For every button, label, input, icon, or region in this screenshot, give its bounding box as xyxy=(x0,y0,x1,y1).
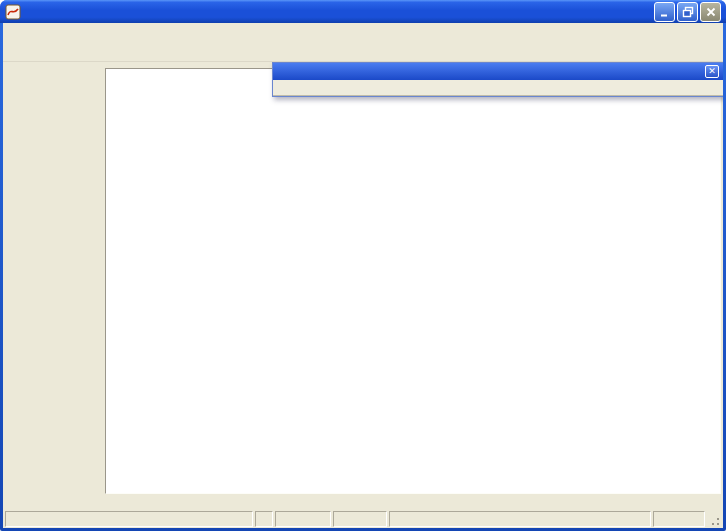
panel-titlebar[interactable]: ✕ xyxy=(273,63,723,80)
close-icon xyxy=(705,6,717,18)
client-area: ✕ xyxy=(3,62,723,509)
status-pane-2 xyxy=(255,511,273,527)
legend-pane xyxy=(389,511,651,527)
panel-close-button[interactable]: ✕ xyxy=(705,65,719,78)
toolbar xyxy=(3,38,723,62)
minimize-icon xyxy=(659,6,671,18)
x-axis xyxy=(105,494,723,509)
curves-canvas xyxy=(106,69,720,493)
titlebar[interactable] xyxy=(0,0,726,23)
status-tools-pane xyxy=(653,511,705,527)
close-icon: ✕ xyxy=(708,66,716,76)
status-pane-4 xyxy=(333,511,387,527)
scales-panel[interactable]: ✕ xyxy=(272,62,723,97)
maximize-button[interactable] xyxy=(677,2,698,22)
restore-icon xyxy=(682,6,694,18)
panel-table-header xyxy=(273,80,723,96)
plot-area[interactable] xyxy=(105,68,721,494)
menubar xyxy=(3,23,723,38)
status-pane-3 xyxy=(275,511,331,527)
app-icon xyxy=(5,4,21,20)
resize-grip[interactable] xyxy=(707,513,721,527)
minimize-button[interactable] xyxy=(654,2,675,22)
close-button[interactable] xyxy=(700,2,721,22)
window-controls xyxy=(654,2,721,22)
graphex-window: ✕ xyxy=(0,0,726,531)
status-bar xyxy=(3,509,723,528)
coords-pane xyxy=(5,511,253,527)
